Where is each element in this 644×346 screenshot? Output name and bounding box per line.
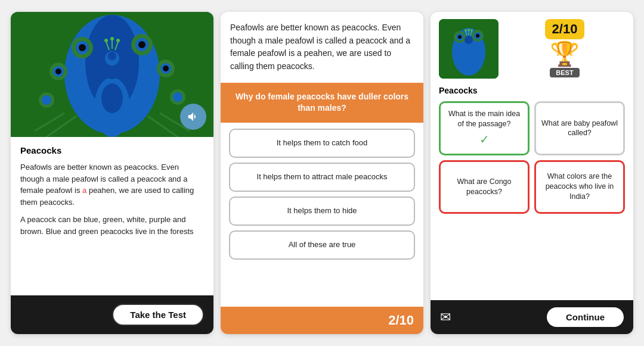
svg-point-20 (101, 83, 123, 113)
card1-body: Peacocks Peafowls are better known as pe… (11, 137, 213, 295)
checkmark-icon: ✓ (479, 132, 490, 148)
svg-point-38 (458, 35, 462, 39)
svg-point-23 (108, 52, 116, 60)
svg-point-29 (116, 39, 120, 42)
option-3[interactable]: It helps them to hide (229, 197, 415, 226)
card2-question: Why do female peacocks have duller color… (236, 92, 408, 113)
svg-point-11 (55, 68, 61, 74)
sound-button[interactable] (180, 104, 206, 130)
card1-paragraph2: A peacock can be blue, green, white, pur… (20, 214, 204, 237)
grid-cell-2[interactable]: What are baby peafowl called? (534, 101, 625, 155)
card3-grid: What is the main idea of the passage? ✓ … (431, 101, 633, 214)
card3-header: 2/10 🏆 BEST (431, 12, 633, 86)
continue-button[interactable]: Continue (547, 307, 624, 327)
card-results: 2/10 🏆 BEST Peacocks What is the main id… (431, 12, 633, 334)
svg-point-14 (163, 66, 169, 71)
svg-point-28 (110, 37, 114, 40)
card2-score: 2/10 (388, 313, 414, 328)
svg-point-41 (476, 34, 479, 38)
svg-point-43 (465, 36, 473, 44)
card1-paragraph1: Peafowls are better known as peacocks. E… (20, 161, 204, 208)
svg-point-5 (79, 44, 86, 51)
trophy-icon: 🏆 (550, 42, 580, 66)
card3-peacock-image (439, 19, 499, 79)
option-4[interactable]: All of these are true (229, 230, 415, 260)
card3-footer: ✉ Continue (431, 300, 633, 334)
svg-point-49 (470, 29, 473, 32)
card2-intro: Peafowls are better known as peacocks. E… (221, 12, 423, 83)
card2-footer: 2/10 (221, 307, 423, 334)
card3-title: Peacocks (431, 86, 633, 101)
svg-point-8 (138, 41, 145, 48)
best-label: BEST (550, 68, 579, 77)
option-2[interactable]: It helps them to attract male peacocks (229, 163, 415, 192)
card-quiz: Peafowls are better known as peacocks. E… (221, 12, 423, 334)
svg-point-47 (465, 29, 467, 32)
trophy-score: 2/10 (545, 19, 585, 39)
grid-cell-4[interactable]: What colors are the peacocks who live in… (534, 160, 625, 214)
card2-options: It helps them to catch food It helps the… (221, 123, 423, 307)
option-1[interactable]: It helps them to catch food (229, 129, 415, 158)
take-test-button[interactable]: Take the Test (112, 304, 204, 326)
grid-cell-1[interactable]: What is the main idea of the passage? ✓ (439, 101, 530, 155)
trophy-area: 2/10 🏆 BEST (504, 19, 625, 77)
svg-point-18 (173, 92, 182, 102)
svg-point-48 (467, 29, 470, 31)
card1-footer: Take the Test (11, 295, 213, 334)
grid-cell-3[interactable]: What are Congo peacocks? (439, 160, 530, 214)
svg-point-27 (104, 39, 108, 42)
peacock-image (11, 12, 213, 137)
card2-question-box: Why do female peacocks have duller color… (221, 83, 423, 123)
svg-point-16 (42, 95, 51, 105)
card-reading: Peacocks Peafowls are better known as pe… (11, 12, 213, 334)
mail-icon[interactable]: ✉ (440, 310, 451, 325)
card1-title: Peacocks (20, 145, 204, 155)
